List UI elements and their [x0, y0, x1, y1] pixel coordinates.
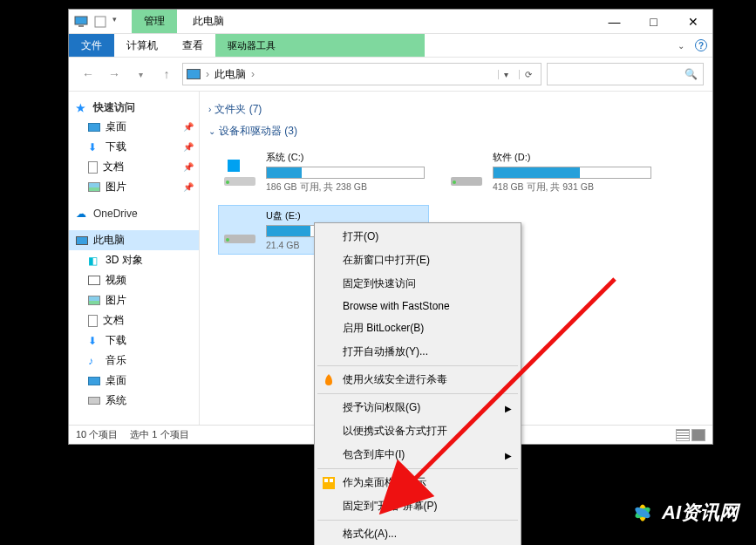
watermark-text: AI资讯网 — [662, 500, 739, 526]
qat-save-icon[interactable] — [93, 15, 107, 29]
ctx-autoplay[interactable]: 打开自动播放(Y)... — [317, 340, 519, 364]
folders-section-header[interactable]: ›文件夹 (7) — [207, 99, 705, 120]
manage-context-tab[interactable]: 管理 — [132, 10, 177, 33]
document-icon — [88, 315, 98, 327]
pin-icon: 📌 — [183, 182, 194, 192]
ctx-huorong[interactable]: 使用火绒安全进行杀毒 — [317, 368, 519, 392]
ctx-grant-access[interactable]: 授予访问权限(G)▶ — [317, 396, 519, 419]
ribbon-collapse-icon[interactable]: ⌄ — [672, 41, 690, 51]
submenu-arrow-icon: ▶ — [505, 403, 512, 412]
view-toggle[interactable] — [676, 429, 705, 441]
drive-name: 软件 (D:) — [493, 151, 651, 164]
maximize-button[interactable]: □ — [634, 10, 673, 34]
ctx-format[interactable]: 格式化(A)... — [317, 522, 519, 545]
star-icon: ★ — [76, 102, 88, 114]
minimize-button[interactable]: — — [595, 10, 634, 34]
ribbon: 文件 计算机 查看 驱动器工具 ⌄ ? — [69, 34, 712, 57]
drive-free: 418 GB 可用, 共 931 GB — [493, 181, 651, 194]
search-icon: 🔍 — [684, 68, 698, 80]
pc-icon — [76, 236, 88, 245]
icons-view-icon[interactable] — [691, 429, 705, 441]
window-controls: — □ ✕ — [595, 10, 712, 33]
details-view-icon[interactable] — [676, 429, 690, 441]
forward-button[interactable]: → — [104, 64, 125, 85]
sidebar-item-documents2[interactable]: 文档 — [69, 310, 199, 330]
sidebar-this-pc[interactable]: 此电脑 — [69, 230, 199, 250]
download-icon: ⬇ — [88, 335, 100, 347]
sidebar-item-downloads2[interactable]: ⬇下载 — [69, 330, 199, 351]
qat-dropdown-icon[interactable]: ▾ — [112, 15, 126, 29]
caret-right-icon: › — [208, 105, 211, 114]
addr-pc-icon — [187, 69, 201, 79]
back-button[interactable]: ← — [78, 64, 99, 85]
svg-rect-1 — [78, 25, 84, 27]
computer-tab[interactable]: 计算机 — [114, 34, 170, 57]
sidebar: ★快速访问 桌面📌 ⬇下载📌 文档📌 图片📌 ☁OneDrive 此电脑 ◧3D… — [69, 92, 200, 425]
caret-down-icon: ⌄ — [208, 126, 215, 136]
address-bar[interactable]: › 此电脑 › ▾ ⟳ — [182, 63, 541, 85]
watermark-logo-icon — [630, 501, 655, 525]
sidebar-quick-access[interactable]: ★快速访问 — [69, 99, 199, 117]
ctx-open[interactable]: 打开(O) — [317, 225, 519, 249]
ctx-open-new-window[interactable]: 在新窗口中打开(E) — [317, 249, 519, 272]
sidebar-item-system[interactable]: 系统 — [69, 391, 199, 411]
sidebar-item-documents[interactable]: 文档📌 — [69, 157, 199, 177]
windows-logo-icon — [228, 160, 240, 172]
ctx-faststone[interactable]: Browse with FastStone — [317, 296, 519, 317]
svg-rect-4 — [324, 479, 328, 482]
picture-icon — [88, 296, 100, 305]
usage-bar — [266, 167, 425, 179]
ctx-fences[interactable]: 作为桌面格子显示 — [317, 471, 519, 494]
sidebar-item-music[interactable]: ♪音乐 — [69, 351, 199, 371]
sidebar-item-pictures2[interactable]: 图片 — [69, 290, 199, 310]
recent-dropdown[interactable]: ▾ — [130, 64, 151, 85]
ctx-portable[interactable]: 以便携式设备方式打开 — [317, 419, 519, 443]
pin-icon: 📌 — [183, 122, 194, 132]
ctx-pin-quick[interactable]: 固定到快速访问 — [317, 272, 519, 296]
context-menu: 打开(O) 在新窗口中打开(E) 固定到快速访问 Browse with Fas… — [314, 222, 521, 545]
svg-rect-0 — [75, 17, 87, 24]
ctx-pin-start[interactable]: 固定到"开始"屏幕(P) — [317, 494, 519, 518]
drive-c[interactable]: 系统 (C:) 186 GB 可用, 共 238 GB — [219, 147, 428, 197]
view-tab[interactable]: 查看 — [170, 34, 215, 57]
sidebar-item-desktop[interactable]: 桌面📌 — [69, 117, 199, 137]
refresh-button[interactable]: ⟳ — [519, 70, 537, 79]
search-input[interactable]: 🔍 — [547, 63, 704, 85]
svg-rect-5 — [330, 479, 333, 482]
sidebar-item-3d[interactable]: ◧3D 对象 — [69, 250, 199, 270]
watermark: AI资讯网 — [630, 500, 739, 526]
breadcrumb[interactable]: 此电脑 — [215, 67, 246, 82]
drive-d[interactable]: 软件 (D:) 418 GB 可用, 共 931 GB — [446, 147, 655, 197]
drive-tools-tab[interactable]: 驱动器工具 — [215, 34, 425, 57]
pin-icon: 📌 — [183, 142, 194, 152]
qat: ▾ — [69, 10, 132, 33]
sidebar-item-pictures[interactable]: 图片📌 — [69, 177, 199, 197]
help-button[interactable]: ? — [690, 39, 712, 52]
sidebar-onedrive[interactable]: ☁OneDrive — [69, 206, 199, 221]
cube-icon: ◧ — [88, 255, 100, 267]
pin-icon: 📌 — [183, 162, 194, 172]
drives-section-header[interactable]: ⌄设备和驱动器 (3) — [207, 120, 705, 142]
desktop-icon — [88, 377, 100, 385]
drive-icon — [449, 160, 484, 186]
ctx-include-lib[interactable]: 包含到库中(I)▶ — [317, 443, 519, 467]
file-tab[interactable]: 文件 — [69, 34, 114, 57]
addr-sep2-icon[interactable]: › — [251, 68, 255, 80]
sidebar-item-desktop2[interactable]: 桌面 — [69, 371, 199, 391]
download-icon: ⬇ — [88, 141, 100, 153]
drive-name: 系统 (C:) — [266, 151, 425, 164]
up-button[interactable]: ↑ — [156, 64, 177, 85]
addr-history-dropdown[interactable]: ▾ — [498, 70, 514, 79]
desktop-icon — [88, 123, 100, 132]
sidebar-item-downloads[interactable]: ⬇下载📌 — [69, 137, 199, 157]
contextual-tab-group: 管理 — [132, 10, 177, 33]
drive-icon — [222, 160, 257, 186]
addr-sep-icon: › — [206, 68, 209, 80]
sidebar-item-videos[interactable]: 视频 — [69, 270, 199, 290]
drive-icon — [222, 217, 257, 243]
music-icon: ♪ — [88, 355, 100, 367]
ctx-bitlocker[interactable]: 启用 BitLocker(B) — [317, 317, 519, 340]
picture-icon — [88, 182, 100, 192]
close-button[interactable]: ✕ — [673, 10, 712, 34]
drive-icon — [88, 397, 100, 405]
